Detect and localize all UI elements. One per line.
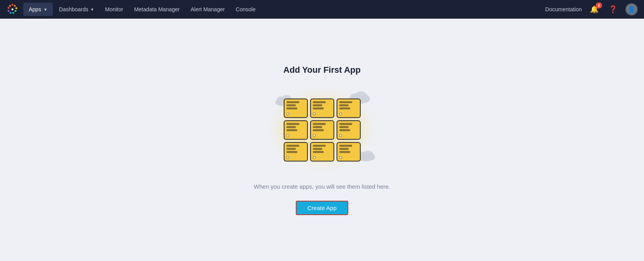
app-card: [284, 142, 308, 161]
app-card: [310, 98, 334, 118]
apps-label: Apps: [29, 6, 41, 12]
svg-point-6: [10, 12, 12, 14]
navbar-right: Documentation 🔔 2 ❓ 👤: [545, 3, 638, 16]
svg-point-8: [8, 7, 10, 9]
dashboards-label: Dashboards: [59, 6, 89, 12]
main-content: Add Your First App: [0, 19, 644, 261]
sub-text: When you create apps, you will see them …: [254, 183, 390, 190]
alert-manager-link[interactable]: Alert Manager: [186, 3, 229, 16]
console-link[interactable]: Console: [231, 3, 260, 16]
navbar: Apps ▼ Dashboards ▼ Monitor Metadata Man…: [0, 0, 644, 19]
svg-point-7: [8, 10, 10, 12]
svg-point-1: [12, 4, 14, 6]
dashboards-chevron-icon: ▼: [90, 7, 94, 12]
avatar-icon: 👤: [628, 6, 635, 13]
apps-chevron-icon: ▼: [44, 7, 47, 12]
console-label: Console: [236, 6, 255, 12]
svg-point-4: [15, 10, 17, 12]
apps-button[interactable]: Apps ▼: [23, 3, 53, 16]
app-card: [310, 142, 334, 161]
documentation-link[interactable]: Documentation: [545, 6, 582, 12]
metadata-manager-link[interactable]: Metadata Manager: [129, 3, 185, 16]
app-card: [337, 120, 361, 140]
monitor-label: Monitor: [105, 6, 123, 12]
alert-manager-label: Alert Manager: [190, 6, 225, 12]
app-cards-grid: [284, 98, 361, 161]
svg-point-9: [9, 5, 11, 7]
notification-bell-button[interactable]: 🔔 2: [588, 3, 600, 16]
notification-badge: 2: [596, 2, 602, 9]
logo-icon[interactable]: [6, 3, 19, 16]
app-card: [284, 98, 308, 118]
svg-point-2: [14, 5, 16, 7]
avatar-button[interactable]: 👤: [625, 3, 638, 16]
help-icon: ❓: [609, 5, 617, 14]
app-card: [284, 120, 308, 140]
svg-point-3: [16, 7, 17, 9]
dashboards-link[interactable]: Dashboards ▼: [54, 3, 99, 16]
page-heading: Add Your First App: [283, 65, 361, 75]
documentation-label: Documentation: [545, 6, 582, 12]
svg-point-10: [12, 9, 14, 11]
app-card: [310, 120, 334, 140]
metadata-manager-label: Metadata Manager: [134, 6, 180, 12]
illustration: [268, 86, 377, 172]
create-app-button[interactable]: Create App: [296, 201, 348, 215]
monitor-link[interactable]: Monitor: [100, 3, 128, 16]
app-card: [337, 142, 361, 161]
svg-point-18: [361, 95, 370, 103]
svg-point-22: [368, 153, 375, 160]
svg-point-5: [12, 12, 14, 14]
app-card: [337, 98, 361, 118]
help-button[interactable]: ❓: [607, 3, 619, 16]
